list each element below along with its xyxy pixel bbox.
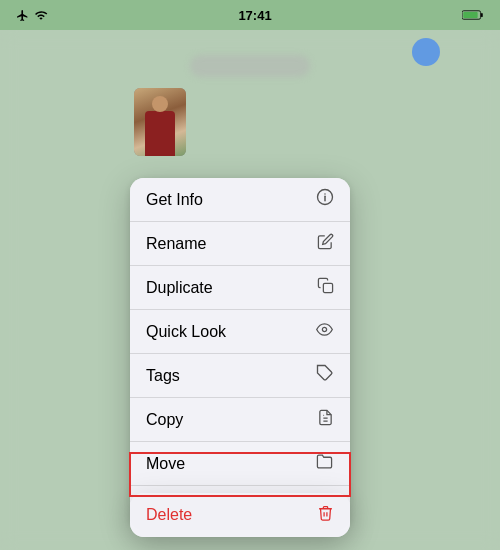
blue-dot — [412, 38, 440, 66]
trash-icon — [317, 504, 334, 527]
status-time: 17:41 — [238, 8, 271, 23]
menu-item-tags[interactable]: Tags — [130, 354, 350, 398]
folder-icon — [315, 453, 334, 475]
menu-item-move[interactable]: Move — [130, 442, 350, 486]
menu-item-duplicate-label: Duplicate — [146, 279, 213, 297]
status-left-icons — [16, 9, 48, 22]
airplane-icon — [16, 9, 29, 22]
menu-item-get-info-label: Get Info — [146, 191, 203, 209]
context-menu-delete: Delete — [130, 493, 350, 537]
menu-item-move-label: Move — [146, 455, 185, 473]
eye-icon — [315, 321, 334, 343]
tag-icon — [316, 364, 334, 387]
context-menu: Get Info Rename Duplicate — [130, 178, 350, 530]
svg-rect-6 — [323, 283, 332, 292]
menu-item-delete-label: Delete — [146, 506, 192, 524]
svg-point-7 — [322, 327, 326, 331]
menu-item-rename-label: Rename — [146, 235, 206, 253]
thumbnail-image — [134, 88, 186, 156]
duplicate-icon — [317, 277, 334, 299]
menu-item-delete[interactable]: Delete — [130, 493, 350, 537]
menu-item-get-info[interactable]: Get Info — [130, 178, 350, 222]
pencil-icon — [317, 233, 334, 255]
status-right-icons — [462, 9, 484, 21]
menu-item-tags-label: Tags — [146, 367, 180, 385]
menu-item-rename[interactable]: Rename — [130, 222, 350, 266]
file-thumbnail — [134, 88, 186, 156]
menu-item-quick-look[interactable]: Quick Look — [130, 310, 350, 354]
info-icon — [316, 188, 334, 211]
copy-icon — [317, 409, 334, 431]
svg-rect-2 — [463, 12, 477, 18]
blurred-name — [190, 55, 310, 77]
wifi-icon — [34, 9, 48, 22]
menu-item-quick-look-label: Quick Look — [146, 323, 226, 341]
menu-item-copy-label: Copy — [146, 411, 183, 429]
menu-item-copy[interactable]: Copy — [130, 398, 350, 442]
battery-icon — [462, 9, 484, 21]
status-bar: 17:41 — [0, 0, 500, 30]
menu-item-duplicate[interactable]: Duplicate — [130, 266, 350, 310]
svg-rect-1 — [481, 13, 483, 17]
